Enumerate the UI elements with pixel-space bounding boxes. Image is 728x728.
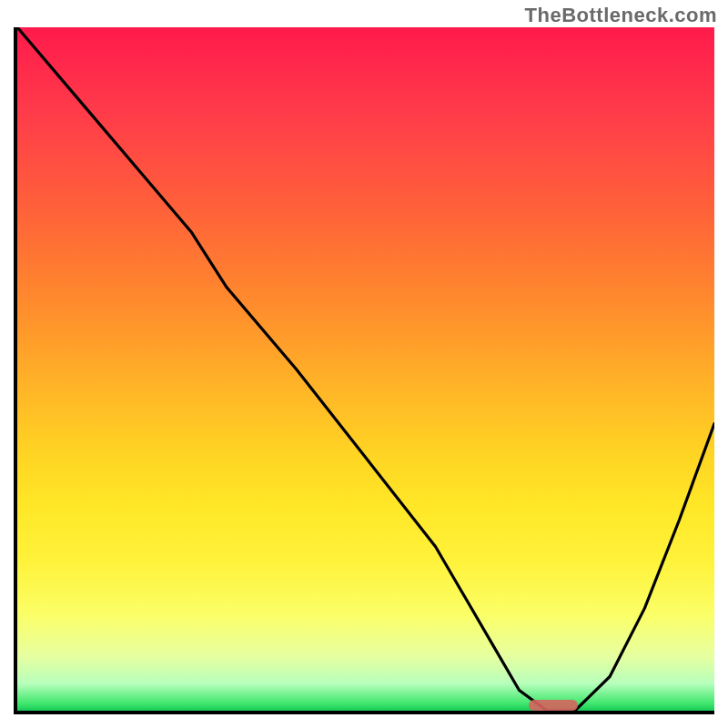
plot-area [14,27,714,714]
chart-container: TheBottleneck.com [0,0,728,728]
bottleneck-curve [17,27,714,711]
optimal-range-marker [529,700,578,711]
watermark-text: TheBottleneck.com [525,4,717,27]
